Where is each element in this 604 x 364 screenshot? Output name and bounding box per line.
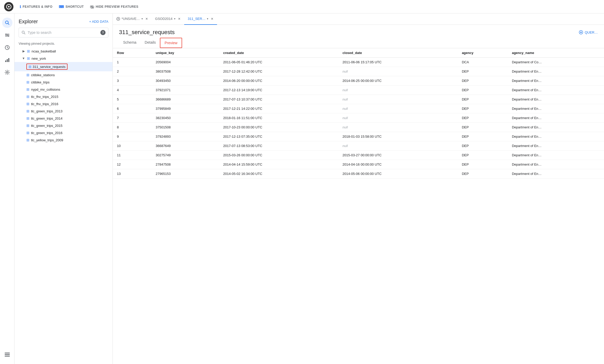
- cell-created_date: 2017-07-13 08:53:00 UTC: [219, 141, 338, 151]
- tree-item-tlc-green-2015[interactable]: ⊞ tlc_green_trips_2015: [14, 122, 113, 129]
- cell-created_date: 2018-01-16 11:51:00 UTC: [219, 113, 338, 123]
- cell-unique_key: 30275749: [152, 151, 219, 160]
- tree-item-tlc-fhv-2015[interactable]: ⊞ tlc_fhv_trips_2015: [14, 93, 113, 100]
- tab-dropdown-icon[interactable]: ▾: [174, 17, 175, 20]
- tab-gsod2014[interactable]: GSOD2014 ▾ ✕: [152, 13, 184, 25]
- svg-rect-20: [5, 356, 10, 357]
- cell-row: 9: [113, 132, 152, 141]
- table-icon: ⊞: [26, 95, 29, 99]
- table-icon: ⊞: [26, 102, 29, 106]
- content-area: *UNSAVE… ▾ ✕ GSOD2014 ▾ ✕ 311_SER… ▾ ✕ 3…: [113, 13, 604, 364]
- sub-tab-schema[interactable]: Schema: [119, 38, 140, 48]
- cell-unique_key: 27847508: [152, 160, 219, 169]
- pinned-label: Viewing pinned projects.: [14, 41, 113, 48]
- table-row: 6379958492017-12-21 14:22:00 UTCnullDEPD…: [113, 104, 604, 113]
- tree-item-tlc-yellow-2009[interactable]: ⊞ tlc_yellow_trips_2009: [14, 136, 113, 144]
- table-row: 11302757492015-03-26 00:00:00 UTC2015-03…: [113, 151, 604, 160]
- cell-closed_date: null: [338, 123, 458, 132]
- cell-agency_name: Department of En…: [508, 123, 604, 132]
- tab-close-gsod2014[interactable]: ✕: [178, 17, 181, 21]
- sidebar-settings-icon[interactable]: [2, 67, 12, 78]
- sub-tab-preview[interactable]: Preview: [160, 38, 182, 48]
- col-created-date: created_date: [219, 48, 338, 58]
- tab-close-unsaved[interactable]: ✕: [145, 17, 148, 21]
- data-table: Row unique_key created_date closed_date …: [113, 48, 604, 179]
- tab-unsaved[interactable]: *UNSAVE… ▾ ✕: [113, 13, 152, 25]
- tree-item-ncaa[interactable]: ▶ ⊞ ncaa_basketball: [14, 48, 113, 55]
- table-row: 12278475082014-04-14 15:59:00 UTC2014-04…: [113, 160, 604, 169]
- cell-agency: DEP: [458, 67, 508, 76]
- cell-agency: DEP: [458, 141, 508, 151]
- sidebar-bottom-icon[interactable]: [2, 350, 12, 360]
- svg-point-26: [580, 32, 582, 33]
- tree-item-tlc-fhv-2016[interactable]: ⊞ tlc_fhv_trips_2016: [14, 100, 113, 107]
- table-icon: ⊞: [26, 131, 29, 135]
- cell-created_date: 2017-12-28 12:42:00 UTC: [219, 67, 338, 76]
- eye-icon: [90, 5, 94, 9]
- tree-item-tlc-green-2014[interactable]: ⊞ tlc_green_trips_2014: [14, 115, 113, 122]
- sidebar-chart-icon[interactable]: [2, 55, 12, 65]
- cell-closed_date: null: [338, 86, 458, 95]
- tree-item-new-york[interactable]: ▼ ⊞ new_york: [14, 55, 113, 62]
- tree-item-311-service-requests[interactable]: ⊞ 311_service_requests: [14, 62, 113, 71]
- content-header: 311_service_requests QUER…: [113, 25, 604, 38]
- cell-row: 1: [113, 58, 152, 67]
- tree-area: ▶ ⊞ ncaa_basketball ▼ ⊞ new_york ⊞ 311_s…: [14, 48, 113, 364]
- top-nav: ℹ FEATURES & INFO ⌨ SHORTCUT HIDE PREVIE…: [20, 5, 138, 9]
- tree-item-citibike-stations[interactable]: ⊞ citibike_stations: [14, 71, 113, 79]
- chevron-right-icon: ▶: [22, 49, 25, 53]
- cell-row: 2: [113, 67, 152, 76]
- cell-created_date: 2014-05-02 16:34:00 UTC: [219, 169, 338, 179]
- svg-rect-15: [7, 59, 8, 62]
- tree-item-nypd-mv-collisions[interactable]: ⊞ nypd_mv_collisions: [14, 86, 113, 93]
- cell-agency_name: Department of En…: [508, 76, 604, 86]
- cell-closed_date: 2014-04-16 00:00:00 UTC: [338, 160, 458, 169]
- cell-agency_name: Department of En…: [508, 160, 604, 169]
- svg-line-22: [24, 33, 25, 34]
- cell-row: 6: [113, 104, 152, 113]
- table-icon: ⊞: [27, 56, 30, 60]
- table-icon: ⊞: [26, 87, 29, 91]
- cell-agency_name: Department of En…: [508, 95, 604, 104]
- tree-item-tlc-green-2013[interactable]: ⊞ tlc_green_trips_2013: [14, 107, 113, 115]
- cell-agency: DEP: [458, 151, 508, 160]
- cell-unique_key: 37921071: [152, 86, 219, 95]
- nav-shortcut[interactable]: ⌨ SHORTCUT: [59, 5, 84, 9]
- svg-point-17: [6, 72, 8, 73]
- chevron-down-icon: ▼: [22, 57, 25, 60]
- table-row: 4379210712017-12-13 14:19:00 UTCnullDEPD…: [113, 86, 604, 95]
- tree-item-tlc-green-2016[interactable]: ⊞ tlc_green_trips_2016: [14, 129, 113, 136]
- cell-agency_name: Department of En…: [508, 141, 604, 151]
- cell-agency: DEP: [458, 95, 508, 104]
- search-input[interactable]: [28, 30, 98, 35]
- tab-dropdown-icon[interactable]: ▾: [207, 17, 208, 20]
- cell-agency: DEP: [458, 132, 508, 141]
- tab-dropdown-icon[interactable]: ▾: [141, 17, 143, 20]
- help-icon[interactable]: ?: [100, 30, 106, 35]
- tab-close-311[interactable]: ✕: [211, 17, 213, 21]
- cell-closed_date: null: [338, 95, 458, 104]
- sidebar-filter-icon[interactable]: [2, 30, 12, 40]
- cell-unique_key: 36686689: [152, 95, 219, 104]
- cell-unique_key: 36687649: [152, 141, 219, 151]
- table-icon: ⊞: [26, 138, 29, 142]
- table-row: 10366876492017-07-13 08:53:00 UTCnullDEP…: [113, 141, 604, 151]
- search-bar: ?: [19, 28, 108, 37]
- sidebar-search-icon[interactable]: [2, 18, 12, 28]
- cell-agency: DCA: [458, 58, 508, 67]
- tree-item-citibike-trips[interactable]: ⊞ citibike_trips: [14, 79, 113, 86]
- nav-features[interactable]: ℹ FEATURES & INFO: [20, 5, 53, 9]
- tab-311-ser[interactable]: 311_SER… ▾ ✕: [184, 13, 217, 25]
- sub-tab-details[interactable]: Details: [140, 38, 160, 48]
- cell-unique_key: 20569004: [152, 58, 219, 67]
- sidebar-history-icon[interactable]: [2, 42, 12, 53]
- nav-hide-preview[interactable]: HIDE PREVIEW FEATURES: [90, 5, 138, 9]
- query-button[interactable]: QUER…: [579, 30, 598, 34]
- cell-created_date: 2011-06-05 01:46:20 UTC: [219, 58, 338, 67]
- query-icon: [116, 17, 120, 21]
- table-row: 3304934502014-06-20 00:00:00 UTC2014-06-…: [113, 76, 604, 86]
- cell-agency_name: Department of En…: [508, 169, 604, 179]
- add-data-button[interactable]: + ADD DATA: [89, 20, 108, 24]
- svg-rect-18: [5, 353, 10, 353]
- col-agency: agency: [458, 48, 508, 58]
